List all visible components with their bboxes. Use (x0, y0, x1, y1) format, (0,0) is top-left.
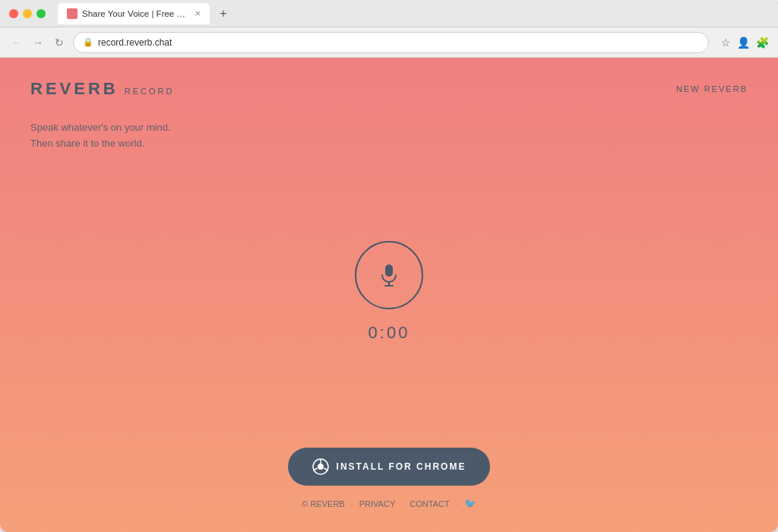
logo-area: REVERB RECORD (30, 79, 174, 99)
lock-icon: 🔒 (83, 37, 93, 47)
svg-point-4 (318, 464, 324, 470)
timer-display: 0:00 (368, 323, 410, 343)
page-header: REVERB RECORD NEW REVERB (0, 58, 778, 99)
microphone-icon (375, 261, 403, 289)
close-button[interactable] (9, 9, 18, 18)
svg-rect-0 (385, 264, 393, 277)
footer-dot-3: · (456, 499, 458, 508)
twitter-icon[interactable]: 🐦 (464, 498, 476, 509)
footer-area: INSTALL FOR CHROME © REVERB · PRIVACY · … (0, 448, 778, 532)
tab-favicon (67, 8, 77, 19)
tab-title: Share Your Voice | Free Voice N… (82, 9, 190, 18)
url-bar[interactable]: 🔒 record.reverb.chat (73, 32, 709, 53)
copyright-link[interactable]: © REVERB (302, 499, 344, 508)
page-content: REVERB RECORD NEW REVERB Speak whatever'… (0, 58, 778, 532)
chrome-icon (312, 458, 329, 475)
new-reverb-link[interactable]: NEW REVERB (676, 84, 748, 93)
url-text: record.reverb.chat (98, 37, 172, 48)
reload-button[interactable]: ↻ (52, 36, 67, 49)
tab-close-icon[interactable]: × (194, 8, 201, 19)
bookmark-icon[interactable]: ☆ (721, 36, 731, 49)
traffic-lights (9, 9, 46, 18)
forward-button[interactable]: → (30, 36, 46, 49)
maximize-button[interactable] (36, 9, 46, 18)
tagline-line2: Then share it to the world. (30, 136, 748, 152)
tab-bar: Share Your Voice | Free Voice N… × + (58, 3, 769, 24)
tagline: Speak whatever's on your mind. Then shar… (0, 99, 778, 152)
back-button[interactable]: ← (9, 36, 24, 49)
install-for-chrome-button[interactable]: INSTALL FOR CHROME (288, 448, 491, 486)
footer-dot-1: · (351, 499, 353, 508)
contact-link[interactable]: CONTACT (410, 499, 449, 508)
tagline-line1: Speak whatever's on your mind. (30, 120, 748, 136)
main-area: 0:00 (0, 152, 778, 448)
toolbar-actions: ☆ 👤 🧩 (721, 36, 769, 49)
minimize-button[interactable] (23, 9, 32, 18)
active-tab[interactable]: Share Your Voice | Free Voice N… × (58, 3, 210, 24)
logo-reverb: REVERB (30, 79, 119, 99)
mic-button[interactable] (355, 241, 423, 309)
address-bar: ← → ↻ 🔒 record.reverb.chat ☆ 👤 🧩 (0, 27, 778, 58)
privacy-link[interactable]: PRIVACY (359, 499, 395, 508)
new-tab-button[interactable]: + (213, 3, 234, 24)
profile-icon[interactable]: 👤 (737, 36, 750, 49)
footer-dot-2: · (401, 499, 403, 508)
logo-record: RECORD (125, 87, 175, 96)
browser-window: Share Your Voice | Free Voice N… × + ← →… (0, 0, 778, 532)
footer-links: © REVERB · PRIVACY · CONTACT · 🐦 (302, 498, 476, 509)
new-tab-icon: + (220, 7, 226, 21)
extensions-icon[interactable]: 🧩 (756, 36, 769, 49)
install-button-label: INSTALL FOR CHROME (337, 461, 466, 472)
title-bar: Share Your Voice | Free Voice N… × + (0, 0, 778, 27)
